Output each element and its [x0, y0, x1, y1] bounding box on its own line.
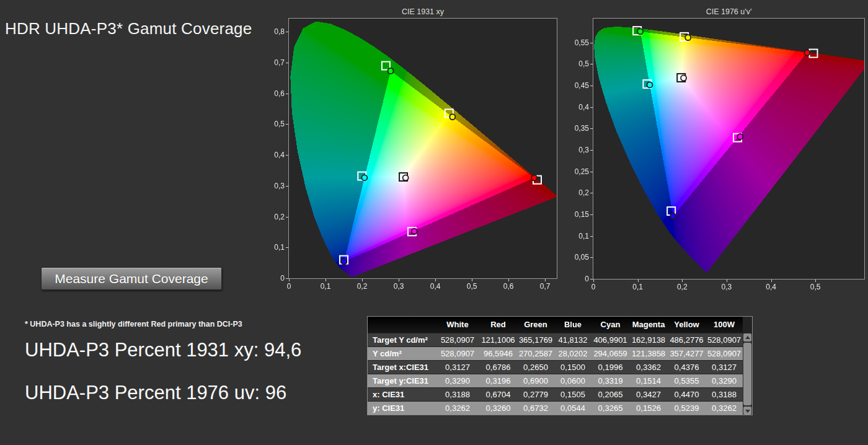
column-header: Red	[479, 317, 517, 333]
table-cell: 0,6786	[479, 361, 517, 374]
table-cell: 0,3319	[591, 374, 629, 387]
column-header: Cyan	[591, 317, 629, 333]
table-cell: 41,8132	[554, 333, 591, 346]
scroll-down-button[interactable]	[743, 407, 751, 415]
x-tick-label: 0,2	[677, 283, 688, 291]
x-tick-label: 0,1	[321, 282, 331, 291]
table-cell: 0,3362	[629, 361, 668, 374]
scroll-thumb[interactable]	[743, 343, 751, 405]
y-tick-label: 0,05	[565, 253, 589, 262]
y-tick-label: 0,25	[565, 167, 589, 176]
table-cell: 0,2065	[591, 388, 629, 401]
cie-1931-chart: CIE 1931 xy 00,10,20,30,40,50,60,700,10,…	[261, 7, 559, 294]
table-cell: 270,2587	[517, 347, 554, 360]
y-tick-label: 0,1	[261, 243, 285, 252]
y-tick-label: 0,2	[565, 188, 589, 197]
y-tick-label: 0,2	[261, 213, 285, 221]
table-row: Target x:CIE310,31270,67860,26500,15000,…	[368, 361, 743, 374]
percent-1976-text: UHDA-P3 Percent 1976 uv: 96	[25, 382, 286, 404]
scroll-down-icon	[745, 410, 750, 413]
table-cell: 0,2779	[517, 388, 554, 401]
y-tick-label: 0,4	[261, 151, 285, 159]
table-cell: 528,0907	[436, 347, 479, 360]
table-cell: 0,6704	[479, 388, 517, 401]
x-tick-label: 0,7	[540, 282, 551, 291]
x-tick-label: 0,4	[766, 283, 776, 291]
y-tick-label: 0,4	[565, 103, 589, 112]
measure-gamut-coverage-button[interactable]: Measure Gamut Coverage	[41, 267, 222, 290]
table-cell: 0,5239	[668, 402, 706, 415]
y-tick-label: 0,3	[261, 182, 285, 190]
x-tick-label: 0,6	[503, 282, 514, 291]
y-tick-label: 0,6	[261, 89, 285, 98]
table-cell: 528,0907	[706, 333, 743, 346]
scroll-up-button[interactable]	[743, 333, 751, 341]
gamut-coverage-screen: HDR UHDA-P3* Gamut Coverage CIE 1931 xy …	[0, 0, 868, 445]
table-cell: 0,6900	[517, 374, 554, 387]
y-tick-label: 0,5	[261, 120, 285, 128]
y-tick-label: 0,15	[565, 210, 589, 219]
cie-1976-chart-title: CIE 1976 u'v'	[593, 7, 864, 17]
table-cell: 486,2776	[668, 333, 706, 346]
table-row: y: CIE310,32620,32600,67320,05440,32650,…	[368, 402, 743, 415]
table-cell: 406,9901	[591, 333, 629, 346]
column-header: Yellow	[668, 317, 706, 333]
row-label: y: CIE31	[368, 402, 436, 415]
x-tick-label: 0,5	[467, 282, 477, 291]
cie-1931-canvas	[261, 17, 559, 294]
footnote: * UHDA-P3 has a slightly different Red p…	[25, 320, 242, 328]
y-tick-label: 0,8	[261, 27, 285, 36]
row-label: Y cd/m²	[368, 347, 436, 360]
table-row: Target Y cd/m²528,0907121,1006365,176941…	[368, 333, 743, 346]
table-cell: 0,3196	[479, 374, 517, 387]
row-label: Target y:CIE31	[368, 374, 436, 387]
table-cell: 0,1514	[629, 374, 668, 387]
table-cell: 0,3290	[436, 374, 479, 387]
table-cell: 0,4470	[668, 388, 706, 401]
y-tick-label: 0,3	[565, 146, 589, 154]
table-cell: 0,3265	[591, 402, 629, 415]
x-tick-label: 0,5	[810, 283, 821, 291]
y-tick-label: 0	[261, 274, 285, 283]
table-cell: 0,0544	[554, 402, 591, 415]
table-cell: 162,9138	[629, 333, 668, 346]
y-tick-label: 0	[565, 275, 589, 283]
table-cell: 0,1996	[591, 361, 629, 374]
y-tick-label: 0,35	[565, 124, 589, 133]
page-title: HDR UHDA-P3* Gamut Coverage	[5, 19, 252, 38]
table-scrollbar[interactable]	[743, 333, 752, 415]
table-cell: 0,1505	[554, 388, 591, 401]
table-cell: 528,0907	[436, 333, 479, 346]
table-cell: 0,3188	[706, 388, 743, 401]
x-tick-label: 0,3	[394, 282, 404, 291]
y-tick-label: 0,55	[565, 38, 589, 47]
x-tick-label: 0	[591, 283, 596, 291]
y-tick-label: 0,5	[565, 59, 589, 68]
table-cell: 0,1526	[629, 402, 668, 415]
cie-1931-chart-title: CIE 1931 xy	[289, 7, 557, 17]
table-cell: 0,3127	[436, 361, 479, 374]
column-header: Magenta	[629, 317, 668, 333]
cie-1976-canvas	[565, 17, 866, 294]
x-tick-label: 0,1	[632, 283, 643, 291]
table-cell: 0,3127	[706, 361, 743, 374]
table-cell: 28,0202	[554, 347, 591, 360]
x-tick-label: 0,3	[722, 283, 732, 291]
x-tick-label: 0,2	[357, 282, 368, 291]
table-cell: 0,3188	[436, 388, 479, 401]
table-header-row: WhiteRedGreenBlueCyanMagentaYellow100W	[368, 317, 743, 333]
y-tick-label: 0,45	[565, 81, 589, 90]
column-header: Blue	[554, 317, 591, 333]
table-cell: 0,3260	[479, 402, 517, 415]
table-cell: 96,5946	[479, 347, 517, 360]
percent-1931-text: UHDA-P3 Percent 1931 xy: 94,6	[25, 339, 301, 361]
x-tick-label: 0	[287, 282, 291, 291]
table-cell: 0,3262	[436, 402, 479, 415]
y-tick-label: 0,7	[261, 58, 285, 67]
table-cell: 365,1769	[517, 333, 554, 346]
y-tick-label: 0,1	[565, 232, 589, 240]
scroll-up-icon	[745, 336, 750, 339]
table-row: x: CIE310,31880,67040,27790,15050,20650,…	[368, 388, 743, 401]
table-cell: 0,3262	[706, 402, 743, 415]
results-table: WhiteRedGreenBlueCyanMagentaYellow100WTa…	[367, 316, 753, 415]
